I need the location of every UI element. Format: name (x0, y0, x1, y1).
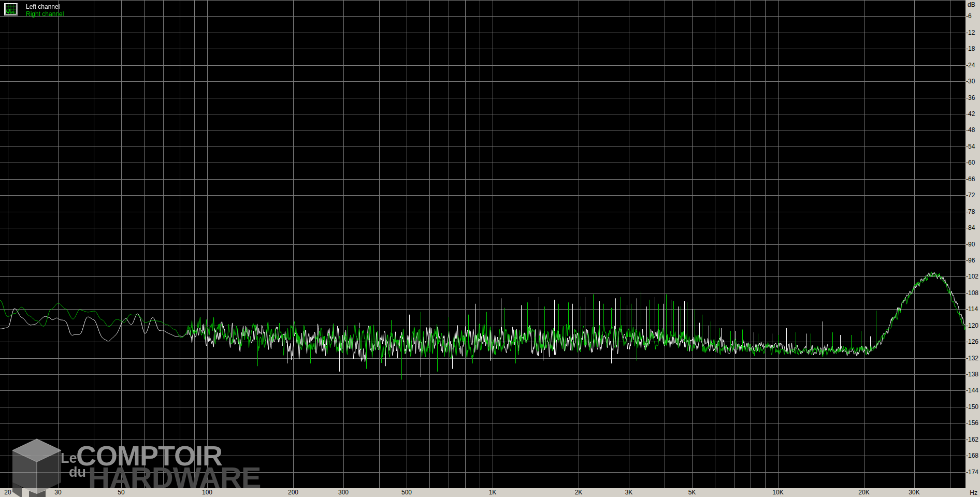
y-tick-label: -162 (966, 436, 978, 443)
y-tick-label: -66 (966, 176, 975, 183)
y-tick-label: -54 (966, 143, 975, 150)
legend-left-channel-label: Left channel (26, 3, 64, 10)
x-tick-label: 200 (282, 489, 305, 496)
x-tick-label: 20 (0, 489, 19, 496)
y-tick-label: -108 (966, 290, 978, 297)
y-tick-label: -18 (966, 46, 975, 52)
legend-right-channel-label: Right channel (26, 10, 64, 18)
x-tick-label: 20K (853, 489, 875, 496)
y-tick-label: -168 (966, 452, 978, 459)
y-tick-label: -48 (966, 127, 975, 134)
y-tick-label: -114 (966, 306, 978, 313)
x-tick-label: 500 (395, 489, 418, 496)
y-tick-label: -6 (966, 13, 972, 20)
x-tick-label: 5K (681, 489, 703, 496)
x-tick-label: 50 (110, 489, 133, 496)
y-tick-label: -138 (966, 371, 978, 378)
y-tick-label: -30 (966, 78, 975, 85)
legend: Left channel Right channel (4, 3, 64, 18)
y-tick-label: -150 (966, 404, 978, 411)
y-tick-label: -78 (966, 209, 975, 215)
y-axis-unit: dB (968, 1, 975, 8)
y-tick-label: -174 (966, 469, 978, 476)
y-tick-label: -12 (966, 30, 975, 36)
spectrum-analyzer-window: Left channel Right channel dB -6-12-18-2… (0, 0, 980, 497)
x-tick-label: 2K (567, 489, 590, 496)
x-tick-label: 300 (332, 489, 355, 496)
x-axis-unit: Hz (970, 489, 977, 496)
spectrum-plot-canvas[interactable] (0, 0, 965, 488)
y-tick-label: -120 (966, 323, 978, 329)
x-tick-label: 100 (196, 489, 219, 496)
y-tick-label: -72 (966, 192, 975, 199)
y-tick-label: -60 (966, 159, 975, 166)
x-tick-label: 3K (617, 489, 640, 496)
y-tick-label: -84 (966, 225, 975, 231)
y-tick-label: -126 (966, 339, 978, 345)
x-axis-panel: Hz 2030501002003005001K2K3K5K10K20K30K (0, 488, 980, 497)
y-tick-label: -36 (966, 95, 975, 101)
y-tick-label: -144 (966, 387, 978, 394)
y-tick-label: -102 (966, 273, 978, 280)
x-tick-label: 30K (903, 489, 926, 496)
x-tick-label: 30 (47, 489, 69, 496)
y-tick-label: -96 (966, 257, 975, 264)
x-tick-label: 10K (767, 489, 789, 496)
y-tick-label: -90 (966, 241, 975, 248)
x-tick-label: 1K (481, 489, 504, 496)
y-tick-label: -24 (966, 62, 975, 69)
y-axis-panel: dB -6-12-18-24-30-36-42-48-54-60-66-72-7… (965, 0, 980, 488)
y-tick-label: -42 (966, 111, 975, 118)
spectrum-thumbnail-icon (4, 3, 18, 18)
y-tick-label: -132 (966, 355, 978, 362)
y-tick-label: -156 (966, 420, 978, 427)
